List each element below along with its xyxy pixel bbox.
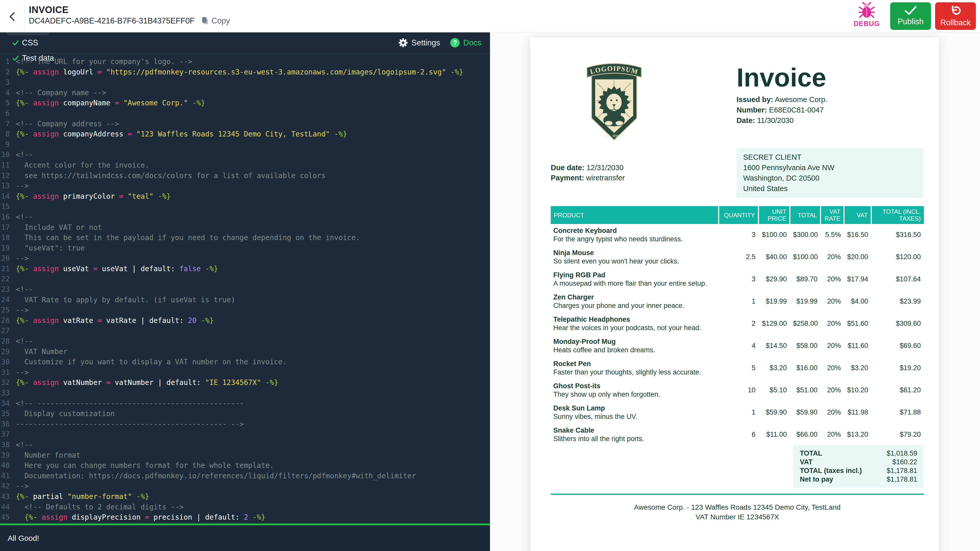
code-area[interactable]: 1<!-- The URL for your company's logo. -… [0, 54, 490, 524]
header-divider [24, 0, 24, 32]
cell-value: 20% [821, 268, 844, 291]
code-line[interactable]: 4<!-- Company name --> [0, 88, 490, 98]
product-description: For the angry typist who needs sturdines… [553, 235, 719, 243]
code-line[interactable]: 31--> [0, 367, 490, 378]
code-line[interactable]: 38<!-- [0, 440, 490, 450]
product-description: A mousepad with more flair than your ent… [553, 279, 719, 287]
code-line[interactable]: 1<!-- The URL for your company's logo. -… [0, 57, 490, 67]
code-line[interactable]: 35 Display customization [0, 409, 490, 419]
product-description: They show up only when forgotten. [553, 390, 719, 399]
table-row: Monday-Proof MugHeats coffee and broken … [551, 335, 924, 357]
line-number: 24 [0, 295, 16, 305]
code-line[interactable]: 16<!-- [0, 212, 490, 222]
debug-button[interactable]: DEBUG [852, 2, 881, 30]
line-number: 15 [0, 202, 16, 212]
code-line[interactable]: 8{%- assign companyAddress = "123 Waffle… [0, 129, 490, 140]
line-number: 26 [0, 316, 16, 326]
code-line[interactable]: 17 Include VAT or not [0, 222, 490, 233]
publish-button[interactable]: Publish [890, 2, 931, 30]
code-line[interactable]: 39 Number format [0, 450, 490, 461]
back-button[interactable] [6, 10, 19, 24]
cell-value: $59.90 [790, 402, 821, 424]
code-line[interactable]: 33 [0, 388, 490, 399]
rollback-button[interactable]: Rollback [935, 2, 976, 30]
code-line[interactable]: 28<!-- [0, 336, 490, 347]
line-number: 3 [0, 77, 16, 88]
code-line[interactable]: 42--> [0, 481, 490, 492]
product-name: Desk Sun Lamp [553, 404, 719, 413]
code-line[interactable]: 43{%- partial "number-format" -%} [0, 492, 490, 502]
code-line[interactable]: 10<!-- [0, 150, 490, 160]
payment-line: Payment: wiretransfer [551, 173, 625, 183]
line-number: 22 [0, 274, 16, 284]
code-line[interactable]: 29 VAT Number [0, 347, 490, 357]
logo-est-text: • EST. MMXIX • [601, 134, 627, 138]
totals-row: Net to pay$1,178.81 [800, 475, 917, 484]
cell-value: $66.00 [790, 424, 821, 446]
code-line[interactable]: 6 [0, 108, 490, 119]
pdf-preview-pane: LOGOIPSUM • EST. MMXIX • Invoice Issued … [490, 32, 980, 551]
product-description: Sunny vibes, minus the UV. [553, 413, 719, 421]
code-line[interactable]: 22 [0, 274, 490, 284]
line-number: 19 [0, 243, 16, 254]
code-line[interactable]: 23<!-- [0, 284, 490, 295]
product-name: Rocket Pen [553, 360, 719, 368]
table-body: Concrete KeyboardFor the angry typist wh… [551, 224, 924, 446]
tab-css[interactable]: CSS [6, 35, 44, 51]
line-number: 20 [0, 253, 16, 264]
code-line[interactable]: 9 [0, 140, 490, 150]
code-line[interactable]: 34<!-- ---------------------------------… [0, 399, 490, 409]
line-number: 34 [0, 399, 16, 409]
footer-line: VAT Number IE 1234567X [551, 512, 924, 522]
code-line[interactable]: 13--> [0, 181, 490, 191]
code-line[interactable]: 44 <!-- Defaults to 2 decimal digits --> [0, 502, 490, 513]
line-number: 5 [0, 98, 16, 108]
code-line[interactable]: 37 [0, 429, 490, 440]
cell-value: $11.00 [759, 424, 790, 446]
code-line[interactable]: 25--> [0, 305, 490, 316]
line-number: 35 [0, 409, 16, 419]
code-line[interactable]: 21{%- assign useVat = useVat | default: … [0, 264, 490, 274]
code-line[interactable]: 19 "useVat": true [0, 243, 490, 254]
code-line[interactable]: 18 This can be set in the payload if you… [0, 233, 490, 243]
code-line[interactable]: 40 Here you can change numbers format fo… [0, 460, 490, 471]
undo-icon [950, 5, 961, 16]
table-row: Zen ChargerCharges your phone and your i… [551, 291, 924, 313]
line-number: 44 [0, 502, 16, 513]
cell-value: $300.00 [790, 224, 821, 246]
code-line[interactable]: 7<!-- Company address --> [0, 119, 490, 129]
code-line[interactable]: 45 {%- assign displayPrecision = precisi… [0, 512, 490, 523]
code-line[interactable]: 20--> [0, 253, 490, 264]
code-line[interactable]: 5{%- assign companyName = "Awesome Corp.… [0, 98, 490, 108]
code-line[interactable]: 24 VAT Rate to apply by default. (if use… [0, 295, 490, 305]
code-line[interactable]: 3 [0, 77, 490, 88]
cell-value: $4.00 [844, 291, 871, 313]
code-line[interactable]: 14{%- assign primaryColor = "teal" -%} [0, 191, 490, 202]
cell-value: $100.00 [759, 224, 790, 246]
code-line[interactable]: 2{%- assign logoUrl = "https://pdfmonkey… [0, 67, 490, 78]
code-line[interactable]: 36--------------------------------------… [0, 419, 490, 430]
docs-button[interactable]: ? Docs [450, 38, 481, 48]
code-line[interactable]: 26{%- assign vatRate = vatRate | default… [0, 316, 490, 326]
line-number: 41 [0, 471, 16, 481]
cell-value: $17.94 [844, 268, 871, 291]
copy-button[interactable]: Copy [201, 16, 230, 25]
cell-value: $3.20 [759, 357, 790, 380]
column-header: VAT RATE [821, 206, 844, 224]
code-line[interactable]: 41 Documentation: https://docs.pdfmonkey… [0, 471, 490, 481]
code-line[interactable]: 32{%- assign vatNumber = vatNumber | def… [0, 378, 490, 388]
table-row: Ninja MouseSo silent even you won't hear… [551, 246, 924, 268]
line-number: 10 [0, 150, 16, 160]
product-name: Flying RGB Pad [553, 271, 719, 279]
code-line[interactable]: 30 Customize if you want to display a VA… [0, 357, 490, 367]
cell-value: $19.20 [871, 357, 924, 380]
product-name: Telepathic Headphones [553, 315, 719, 324]
cell-value: 2.5 [719, 246, 759, 268]
code-line[interactable]: 15 [0, 202, 490, 212]
product-description: Hear the voices in your podcasts, not yo… [553, 324, 719, 332]
code-line[interactable]: 12 see https://tailwindcss.com/docs/colo… [0, 171, 490, 181]
code-line[interactable]: 11 Accent color for the invoice. [0, 160, 490, 171]
settings-button[interactable]: Settings [398, 38, 440, 48]
code-line[interactable]: 27 [0, 326, 490, 336]
totals-value: $1,178.81 [886, 475, 917, 484]
